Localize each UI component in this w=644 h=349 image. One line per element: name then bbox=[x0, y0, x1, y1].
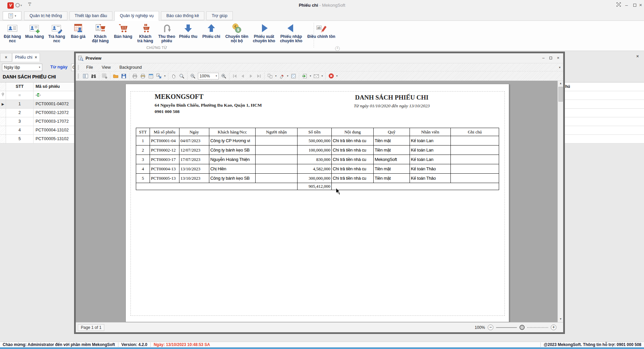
search-icon[interactable] bbox=[90, 72, 98, 80]
multiple-pages-icon[interactable] bbox=[266, 72, 274, 80]
date-field-select[interactable]: Ngày lập ▾ bbox=[2, 64, 42, 71]
tab-thiet-lap-ban-dau[interactable]: Thiết lập ban đầu bbox=[69, 11, 113, 20]
next-page-icon[interactable] bbox=[247, 72, 255, 80]
scroll-up-icon[interactable]: ▲ bbox=[558, 81, 563, 86]
menu-view[interactable]: View bbox=[98, 64, 115, 71]
zoom-in-button[interactable]: + bbox=[551, 325, 556, 330]
filter-op-equals[interactable]: = bbox=[6, 91, 34, 100]
tab-close-only[interactable]: × bbox=[0, 53, 12, 62]
statusbar-separator bbox=[118, 343, 118, 347]
abc-filter-icon[interactable]: aBc bbox=[34, 91, 74, 100]
button-label: Phiếu thu bbox=[179, 35, 198, 39]
scrollbar-thumb[interactable] bbox=[558, 87, 563, 102]
chevron-down-icon[interactable]: ▾ bbox=[320, 74, 324, 77]
tab-quan-tri-he-thong[interactable]: Quản trị hệ thống bbox=[24, 11, 67, 20]
menu-file[interactable]: File bbox=[82, 64, 97, 71]
maximize-icon[interactable] bbox=[548, 55, 554, 61]
prev-page-icon[interactable] bbox=[239, 72, 247, 80]
minimize-icon[interactable]: – bbox=[623, 2, 630, 9]
table-row[interactable]: 2 PCT00002-12072 bbox=[0, 109, 74, 117]
ribbon-button-tra-hang-ncc[interactable]: Trả hàngncc bbox=[46, 21, 68, 46]
fit-screen-icon[interactable] bbox=[615, 2, 622, 9]
tab-quan-ly-nghiep-vu[interactable]: Quản lý nghiệp vụ bbox=[114, 11, 159, 21]
menu-background[interactable]: Background bbox=[115, 64, 146, 71]
zoom-out-icon[interactable] bbox=[189, 72, 197, 80]
ribbon-button-bao-gia[interactable]: Báo giá bbox=[68, 21, 89, 46]
tab-bao-cao-thong-ke[interactable]: Báo cáo thống kê bbox=[161, 11, 204, 20]
ribbon-button-mua-hang[interactable]: Mua hàng bbox=[23, 21, 46, 46]
table-row[interactable]: ▶ 1 PCT00001-04072 bbox=[0, 100, 74, 109]
print-icon[interactable] bbox=[131, 72, 139, 80]
zoom-slider-knob[interactable] bbox=[520, 325, 525, 330]
close-icon[interactable]: × bbox=[5, 55, 7, 60]
close-icon[interactable]: × bbox=[637, 2, 644, 9]
ribbon-button-phieu-xuat-chuyen-kho[interactable]: Phiếu xuấtchuyển kho bbox=[250, 21, 278, 46]
first-page-icon[interactable] bbox=[231, 72, 239, 80]
table-row bbox=[565, 126, 644, 135]
scale-icon[interactable] bbox=[155, 72, 163, 80]
minimize-icon[interactable]: – bbox=[540, 55, 546, 61]
page-color-icon[interactable] bbox=[278, 72, 286, 80]
close-icon[interactable]: × bbox=[636, 54, 639, 59]
drag-grip[interactable] bbox=[78, 65, 79, 70]
ribbon-button-phieu-thu[interactable]: Phiếu thu bbox=[177, 21, 199, 46]
ribbon-button-ban-hang[interactable]: Bán hàng bbox=[112, 21, 134, 46]
table-row[interactable]: 3 PCT00003-17072 bbox=[0, 117, 74, 126]
menu-overflow-icon[interactable]: ▾ bbox=[559, 66, 560, 69]
table-row[interactable]: 4 PCT00004-13102 bbox=[0, 126, 74, 135]
close-preview-icon[interactable] bbox=[327, 72, 335, 80]
from-date-input[interactable]: 0 bbox=[71, 64, 74, 71]
customize-grid-icon[interactable] bbox=[101, 72, 109, 80]
ribbon-button-dat-hang-ncc[interactable]: Đặt hàngncc bbox=[1, 21, 23, 46]
table-row[interactable]: 5 PCT00005-13102 bbox=[0, 135, 74, 143]
app-logo-icon[interactable]: V bbox=[7, 2, 14, 9]
page-setup-icon[interactable] bbox=[147, 72, 155, 80]
ribbon-button-khach-tra-hang[interactable]: Kháchtrả hàng bbox=[134, 21, 156, 46]
column-header-ma-so-phieu[interactable]: Mã số phiếu bbox=[34, 82, 74, 91]
drag-grip[interactable] bbox=[78, 73, 79, 79]
col-ghi-chu: Ghi chú bbox=[451, 128, 499, 136]
save-icon[interactable] bbox=[120, 72, 128, 80]
ribbon-collapse-icon[interactable]: ^ bbox=[335, 46, 340, 51]
column-header-stt[interactable]: STT bbox=[6, 82, 34, 91]
chevron-down-icon[interactable]: ▾ bbox=[286, 74, 289, 77]
ribbon-button-dieu-chinh-ton[interactable]: ab Điều chỉnh tồn bbox=[305, 21, 338, 46]
tab-phieu-chi[interactable]: Phiếu chi × bbox=[12, 53, 40, 62]
tab-tro-giup[interactable]: Trợ giúp bbox=[206, 11, 233, 20]
zoom-out-button[interactable]: − bbox=[488, 325, 493, 330]
document-map-icon[interactable] bbox=[82, 72, 90, 80]
quick-access-circle-icon[interactable]: ▾ bbox=[15, 3, 22, 7]
ribbon-button-khach-dat-hang[interactable]: Kháchđặt hàng bbox=[89, 21, 112, 46]
maximize-icon[interactable] bbox=[631, 2, 638, 9]
chevron-down-icon[interactable]: ▾ bbox=[309, 74, 312, 77]
quick-access-customize-icon[interactable]: ▾ bbox=[28, 3, 31, 6]
ribbon-button-phieu-nhap-chuyen-kho[interactable]: Phiếu nhậpchuyển kho bbox=[278, 21, 305, 46]
email-icon[interactable] bbox=[312, 72, 320, 80]
ribbon-button-chuyen-tien-noi-bo[interactable]: €$ Chuyển tiềnnội bộ bbox=[223, 21, 250, 46]
cell-code: PCT00002-12 bbox=[150, 146, 179, 155]
app-menu-button[interactable]: ▾ bbox=[3, 11, 21, 20]
magnifier-icon[interactable] bbox=[178, 72, 186, 80]
zoom-track-left[interactable] bbox=[496, 327, 517, 328]
vertical-scrollbar[interactable]: ▲ ▼ bbox=[557, 81, 563, 322]
preview-titlebar[interactable]: Preview – × bbox=[76, 53, 563, 63]
zoom-combo[interactable]: 100% ▾ bbox=[198, 73, 219, 79]
open-icon[interactable] bbox=[112, 72, 120, 80]
chevron-down-icon[interactable]: ▾ bbox=[335, 74, 339, 77]
scroll-down-icon[interactable]: ▼ bbox=[558, 316, 563, 322]
zoom-track-right[interactable] bbox=[527, 327, 548, 328]
button-label2: ncc bbox=[48, 39, 65, 43]
last-page-icon[interactable] bbox=[255, 72, 263, 80]
ribbon-button-phieu-chi[interactable]: Phiếu chi bbox=[199, 21, 223, 46]
chevron-down-icon[interactable]: ▾ bbox=[274, 74, 278, 77]
close-icon[interactable]: × bbox=[35, 55, 37, 60]
chevron-down-icon[interactable]: ▾ bbox=[163, 74, 167, 77]
hand-tool-icon[interactable] bbox=[170, 72, 178, 80]
ribbon-button-thu-theo-phieu[interactable]: Thu theophiếu bbox=[156, 21, 177, 46]
close-icon[interactable]: × bbox=[555, 55, 561, 61]
filter-pin-icon[interactable] bbox=[0, 91, 6, 100]
export-icon[interactable] bbox=[301, 72, 309, 80]
watermark-icon[interactable] bbox=[289, 72, 298, 80]
quick-print-icon[interactable] bbox=[139, 72, 147, 80]
zoom-in-icon[interactable] bbox=[220, 72, 228, 80]
